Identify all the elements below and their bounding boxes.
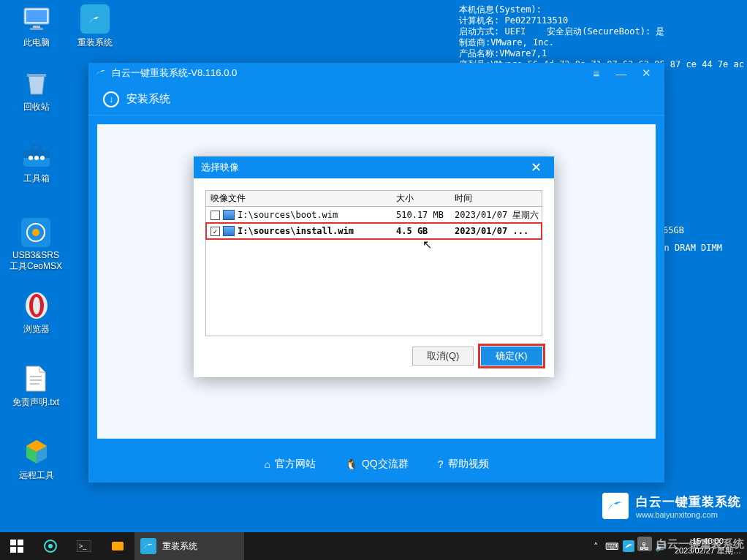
taskbar-app-1[interactable] bbox=[34, 532, 67, 560]
table-row[interactable]: I:\sources\boot.wim 510.17 MB 2023/01/07… bbox=[206, 207, 542, 223]
file-path: I:\sources\install.wim bbox=[238, 226, 354, 236]
text-file-icon bbox=[21, 364, 50, 393]
col-size: 大小 bbox=[396, 192, 455, 205]
desktop-icon-browser[interactable]: 浏览器 bbox=[9, 291, 64, 336]
dialog-title: 选择映像 bbox=[201, 161, 239, 174]
taskbar-app-2[interactable]: >_ bbox=[67, 532, 101, 560]
faint-watermark: 白云一键重装系统 bbox=[637, 537, 744, 551]
toolbox-icon bbox=[22, 140, 51, 170]
desktop-icon-toolbox[interactable]: 工具箱 bbox=[9, 140, 64, 185]
checkbox-icon[interactable]: ✓ bbox=[211, 227, 220, 236]
file-path: I:\sources\boot.wim bbox=[238, 210, 338, 220]
svg-point-16 bbox=[33, 297, 40, 314]
desktop-icon-label: 浏览器 bbox=[9, 323, 64, 336]
menu-button[interactable]: ≡ bbox=[584, 63, 609, 83]
file-time: 2023/01/07 星期六 bbox=[455, 209, 542, 222]
svg-point-25 bbox=[48, 544, 53, 548]
reinstall-icon bbox=[80, 4, 110, 34]
section-title: 安装系统 bbox=[126, 92, 170, 106]
taskbar: >_ 重装系统 ˄ ⌨ 🖧 🔊 白云一键重装系统 15:40:00 2023/0… bbox=[0, 532, 747, 560]
desktop-icon-label: 重装系统 bbox=[67, 37, 122, 49]
desktop-icon-label: USB3&SRS 工具CeoMSX bbox=[4, 250, 67, 273]
start-button[interactable] bbox=[0, 532, 34, 560]
minimize-button[interactable]: — bbox=[609, 63, 634, 83]
svg-rect-2 bbox=[33, 26, 40, 28]
ok-button[interactable]: 确定(K) bbox=[481, 347, 542, 366]
svg-rect-20 bbox=[10, 540, 16, 545]
disk-icon bbox=[223, 210, 235, 220]
computer-icon bbox=[22, 4, 51, 34]
tray-up-icon[interactable]: ˄ bbox=[588, 541, 604, 552]
dialog-close-button[interactable]: ✕ bbox=[525, 156, 547, 178]
desktop-icon-remote[interactable]: 远程工具 bbox=[9, 437, 64, 482]
opera-icon bbox=[22, 291, 51, 320]
system-info-block: 本机信息(System): 计算机名: Pe0227113510 启动方式: U… bbox=[459, 4, 747, 70]
svg-rect-7 bbox=[32, 145, 41, 151]
svg-rect-23 bbox=[18, 547, 23, 553]
desktop-icon-label: 远程工具 bbox=[9, 469, 64, 482]
col-file: 映像文件 bbox=[206, 192, 396, 205]
desktop-icon-usb3[interactable]: USB3&SRS 工具CeoMSX bbox=[4, 218, 67, 273]
help-icon: ? bbox=[438, 458, 444, 470]
svg-rect-4 bbox=[80, 4, 110, 34]
file-size: 4.5 GB bbox=[396, 226, 455, 236]
checkbox-icon[interactable] bbox=[211, 211, 220, 220]
svg-rect-21 bbox=[18, 540, 23, 545]
brand-badge-icon bbox=[602, 493, 629, 519]
desktop-icon-label: 工具箱 bbox=[9, 173, 64, 185]
footer-link-help[interactable]: ? 帮助视频 bbox=[438, 458, 489, 471]
table-row[interactable]: ✓ I:\sources\install.wim 4.5 GB 2023/01/… bbox=[206, 223, 542, 239]
svg-rect-22 bbox=[10, 547, 16, 553]
taskbar-app-label: 重装系统 bbox=[162, 540, 197, 553]
file-size: 510.17 MB bbox=[396, 210, 455, 220]
footer-link-site[interactable]: ⌂ 官方网站 bbox=[264, 458, 315, 471]
image-table: 映像文件 大小 时间 I:\sources\boot.wim 510.17 MB… bbox=[205, 190, 542, 336]
app-title: 白云一键重装系统-V8.116.0.0 bbox=[112, 67, 237, 80]
brand-watermark: 白云一键重装系统 www.baiyunxitong.com bbox=[602, 493, 741, 519]
footer-link-qq[interactable]: 🐧 QQ交流群 bbox=[345, 458, 409, 471]
usb-tool-icon bbox=[21, 218, 50, 247]
close-button[interactable]: ✕ bbox=[634, 63, 659, 83]
disk-icon bbox=[223, 226, 235, 236]
svg-rect-29 bbox=[140, 538, 156, 554]
svg-rect-28 bbox=[112, 542, 124, 550]
select-image-dialog: 选择映像 ✕ 映像文件 大小 时间 I:\sources\boot.wim 51… bbox=[194, 156, 554, 377]
desktop-icon-disclaimer[interactable]: 免责声明.txt bbox=[6, 364, 66, 409]
col-time: 时间 bbox=[455, 192, 542, 205]
svg-rect-1 bbox=[26, 10, 47, 22]
desktop-icon-this-pc[interactable]: 此电脑 bbox=[9, 4, 64, 49]
system-tray: ˄ ⌨ 🖧 🔊 白云一键重装系统 15:40:00 2023/02/27 星期… bbox=[588, 532, 747, 560]
section-header: ↓ 安装系统 bbox=[88, 83, 664, 116]
svg-point-13 bbox=[32, 229, 39, 236]
svg-text:>_: >_ bbox=[79, 542, 87, 550]
desktop-icon-recycle-bin[interactable]: 回收站 bbox=[9, 69, 64, 113]
desktop-icon-label: 此电脑 bbox=[9, 37, 64, 49]
file-time: 2023/01/07 ... bbox=[455, 226, 542, 236]
table-header: 映像文件 大小 时间 bbox=[206, 191, 542, 207]
svg-rect-3 bbox=[30, 28, 43, 30]
tray-keyboard-icon[interactable]: ⌨ bbox=[604, 541, 621, 552]
qq-icon: 🐧 bbox=[345, 458, 357, 470]
app-titlebar[interactable]: 白云一键重装系统-V8.116.0.0 ≡ — ✕ bbox=[88, 63, 664, 83]
dialog-titlebar[interactable]: 选择映像 ✕ bbox=[194, 156, 554, 178]
desktop-icon-label: 回收站 bbox=[9, 101, 64, 113]
app-logo-icon bbox=[94, 67, 107, 80]
download-icon: ↓ bbox=[103, 91, 119, 107]
bg-disk-info: 65GB bbox=[663, 225, 684, 235]
svg-point-10 bbox=[40, 156, 45, 160]
taskbar-running-app[interactable]: 重装系统 bbox=[134, 532, 244, 560]
desktop-icon-reinstall[interactable]: 重装系统 bbox=[67, 4, 122, 49]
brand-url: www.baiyunxitong.com bbox=[636, 510, 741, 519]
home-icon: ⌂ bbox=[264, 458, 270, 470]
app-footer: ⌂ 官方网站 🐧 QQ交流群 ? 帮助视频 bbox=[88, 458, 664, 471]
desktop-icon-label: 免责声明.txt bbox=[6, 396, 66, 409]
recycle-bin-icon bbox=[22, 69, 51, 98]
cancel-button[interactable]: 取消(Q) bbox=[412, 347, 474, 366]
svg-point-8 bbox=[29, 156, 33, 160]
remote-tool-icon bbox=[22, 437, 51, 466]
svg-point-9 bbox=[34, 156, 39, 160]
bg-ram-info: n DRAM DIMM bbox=[664, 243, 722, 253]
brand-title: 白云一键重装系统 bbox=[636, 493, 741, 510]
taskbar-app-3[interactable] bbox=[101, 532, 134, 560]
tray-bird-icon[interactable] bbox=[621, 540, 637, 552]
